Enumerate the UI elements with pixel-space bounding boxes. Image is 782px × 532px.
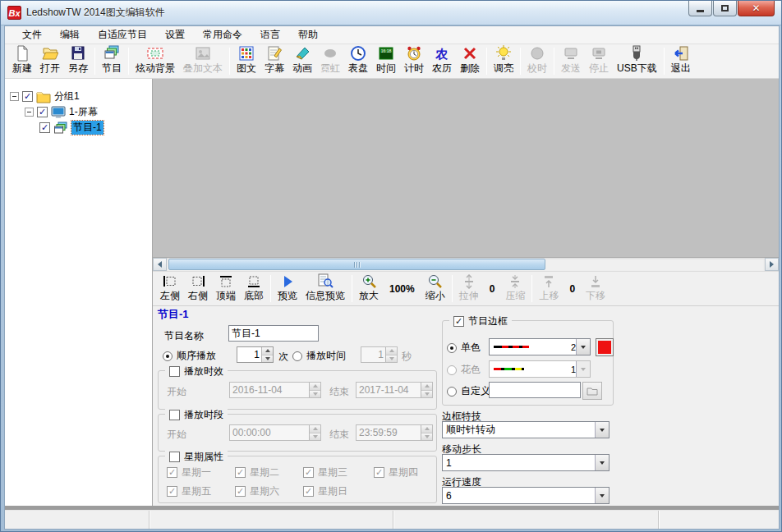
save-as-button[interactable]: 另存 [64,45,92,77]
screen-checkbox[interactable] [37,107,48,117]
sequence-count-spinner[interactable]: 1 [237,346,274,363]
mono-color-radio[interactable]: 单色 [447,341,481,355]
play-period-checkbox[interactable] [169,366,180,377]
align-left-icon [163,273,177,289]
minimize-button[interactable] [688,1,712,16]
brightness-button[interactable]: 调亮 [490,45,518,77]
align-left-button[interactable]: 左侧 [156,273,184,305]
align-right-icon [191,273,205,289]
custom-border-radio[interactable]: 自定义 [447,384,490,398]
overlay-text-icon [195,45,211,62]
timer-button[interactable]: 计时 [400,45,428,77]
radio-icon[interactable] [163,351,172,361]
chevron-down-icon[interactable] [576,339,590,355]
open-folder-icon [586,387,598,396]
menu-edit[interactable]: 编辑 [51,25,89,44]
tree-node-group[interactable]: 分组1 [5,89,152,104]
align-right-button[interactable]: 右侧 [184,273,212,305]
mono-pattern-select[interactable]: 2 [489,338,591,355]
radio-icon[interactable] [447,343,457,353]
time-button[interactable]: 16:18 时间 [372,45,400,77]
fancy-pattern-swatch [490,368,569,370]
weekday-sat: 星期六 [235,484,279,498]
menu-adaptive-program[interactable]: 自适应节目 [89,25,156,44]
move-step-select[interactable]: 1 [442,454,610,471]
run-speed-select[interactable]: 6 [442,487,610,504]
menu-common-commands[interactable]: 常用命令 [194,25,251,44]
scrollbar-thumb[interactable] [168,259,545,270]
stretch-icon [462,273,476,289]
mono-color-button[interactable] [596,338,614,356]
radio-icon[interactable] [292,351,302,361]
menu-settings[interactable]: 设置 [156,25,194,44]
scroll-right-icon [770,261,774,268]
align-top-button[interactable]: 顶端 [212,273,240,305]
horizontal-scrollbar[interactable] [153,258,779,272]
menu-file[interactable]: 文件 [13,25,51,44]
tree-node-label[interactable]: 1-屏幕 [69,105,98,119]
play-timerange-checkbox[interactable] [169,410,180,420]
align-bottom-button[interactable]: 底部 [240,273,268,305]
fancy-pattern-select: 1 [489,360,591,378]
program-checkbox[interactable] [39,122,50,133]
scroll-right-button[interactable] [765,258,779,271]
menu-help[interactable]: 帮助 [289,25,327,44]
timerange-start-spinner: 00:00:00 [229,424,321,441]
zoom-in-icon [361,273,377,289]
open-button[interactable]: 打开 [36,45,64,77]
chevron-down-icon[interactable] [595,455,609,470]
program-pages-icon [53,122,68,135]
app-logo-icon: Bx [7,6,21,20]
tree-node-label-selected[interactable]: 节目-1 [71,121,104,135]
program-name-label: 节目名称 [164,329,204,343]
move-down-icon [588,273,603,289]
group-checkbox[interactable] [22,91,33,102]
screen-preview-canvas[interactable] [153,79,779,258]
custom-border-input[interactable] [489,382,581,398]
info-preview-button[interactable]: 信息预览 [301,273,349,305]
spin-up-button[interactable] [262,347,273,355]
dial-button[interactable]: 表盘 [344,45,372,77]
maximize-button[interactable] [713,1,737,16]
border-effect-select[interactable]: 顺时针转动 [442,421,610,438]
scroll-left-button[interactable] [153,258,167,271]
program-button[interactable]: 节目 [98,45,126,77]
tree-node-label[interactable]: 分组1 [54,89,80,103]
program-name-input[interactable] [228,325,319,342]
chevron-down-icon[interactable] [595,488,609,503]
delete-button[interactable]: 删除 [456,45,484,77]
chevron-down-icon[interactable] [595,422,609,438]
tree-node-screen[interactable]: 1-屏幕 [5,104,152,120]
digital-time-icon: 16:18 [378,45,394,62]
tree-node-program[interactable]: 节目-1 [5,120,152,135]
lunar-button[interactable]: 农 农历 [428,45,456,77]
collapse-icon[interactable] [10,92,19,101]
collapse-icon[interactable] [25,108,34,117]
preview-button[interactable]: 预览 [274,273,301,305]
program-border-checkbox[interactable] [453,316,464,327]
subtitle-button[interactable]: 字幕 [260,45,288,77]
status-panel-2 [150,511,393,529]
clock-dial-icon [350,45,366,62]
zoom-in-button[interactable]: 放大 [355,273,383,305]
spin-down-button[interactable] [262,355,273,363]
sequence-play-radio[interactable]: 顺序播放 [163,349,216,363]
animation-button[interactable]: 动画 [288,45,316,77]
usb-download-button[interactable]: USB下载 [613,45,661,77]
close-button[interactable]: ✕ [738,1,775,16]
program-pages-icon [104,45,120,62]
zoom-out-button[interactable]: 缩小 [421,273,449,305]
graphic-text-button[interactable]: 图文 [232,45,260,77]
compress-icon [508,273,522,289]
new-button[interactable]: 新建 [8,45,36,77]
play-duration-radio[interactable]: 播放时间 [292,349,346,363]
period-end-spinner: 2017-11-04 [356,382,433,398]
scrollbar-track[interactable] [167,258,765,271]
weekday-checkbox[interactable] [169,452,180,462]
weekday-thu: 星期四 [374,466,418,479]
radio-icon[interactable] [447,387,457,397]
menu-language[interactable]: 语言 [251,25,289,44]
weekday-wed: 星期三 [303,466,347,479]
exit-button[interactable]: 退出 [667,45,695,77]
dynamic-background-button[interactable]: 炫动背景 [131,45,179,77]
